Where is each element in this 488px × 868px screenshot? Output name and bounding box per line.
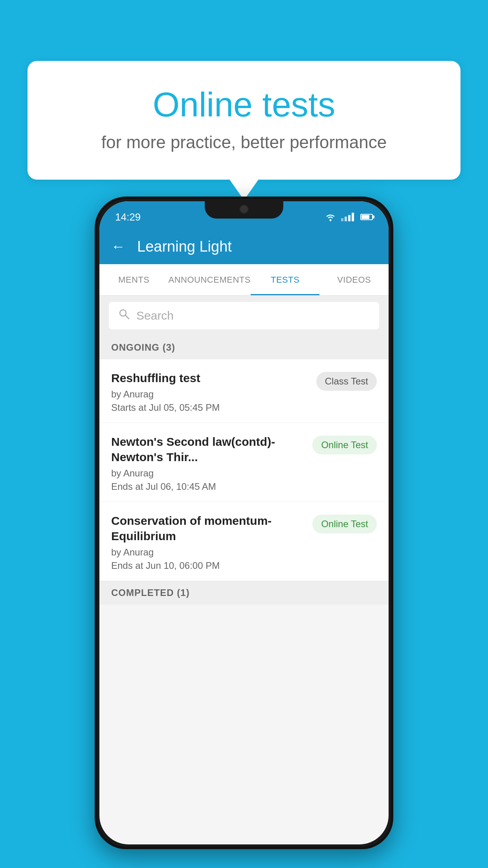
- signal-icon: [341, 213, 354, 221]
- completed-section-header: COMPLETED (1): [99, 581, 389, 605]
- test-author: by Anurag: [111, 389, 308, 400]
- test-info: Reshuffling test by Anurag Starts at Jul…: [111, 370, 316, 413]
- test-badge: Online Test: [312, 436, 377, 454]
- ongoing-section-header: ONGOING (3): [99, 336, 389, 359]
- phone-frame: 14:29: [95, 197, 393, 849]
- phone-button-power: [95, 352, 97, 388]
- bubble-title: Online tests: [59, 85, 429, 125]
- phone-camera: [239, 204, 249, 214]
- wifi-icon: [325, 213, 336, 221]
- svg-line-2: [125, 315, 129, 319]
- test-time: Ends at Jun 10, 06:00 PM: [111, 560, 305, 571]
- phone-button-right: [391, 309, 393, 344]
- back-button[interactable]: ←: [111, 238, 125, 255]
- search-placeholder: Search: [136, 309, 174, 322]
- svg-point-0: [330, 219, 332, 221]
- tests-list: Reshuffling test by Anurag Starts at Jul…: [99, 359, 389, 581]
- test-name: Reshuffling test: [111, 370, 308, 386]
- battery-icon: [360, 214, 373, 220]
- test-time: Ends at Jul 06, 10:45 AM: [111, 481, 305, 492]
- test-badge: Online Test: [312, 515, 377, 533]
- test-badge: Class Test: [316, 372, 377, 391]
- tab-tests[interactable]: TESTS: [251, 264, 320, 295]
- test-item[interactable]: Reshuffling test by Anurag Starts at Jul…: [99, 359, 389, 423]
- search-container: Search: [99, 296, 389, 336]
- test-time: Starts at Jul 05, 05:45 PM: [111, 402, 308, 413]
- test-name: Conservation of momentum-Equilibrium: [111, 513, 305, 544]
- phone-button-volume-up: [95, 278, 97, 301]
- status-icons: [325, 213, 373, 221]
- test-item[interactable]: Conservation of momentum-Equilibrium by …: [99, 502, 389, 581]
- search-icon: [118, 308, 130, 323]
- tab-announcements[interactable]: ANNOUNCEMENTS: [169, 264, 251, 295]
- phone-notch: [205, 199, 283, 219]
- status-time: 14:29: [115, 211, 141, 223]
- test-item[interactable]: Newton's Second law(contd)-Newton's Thir…: [99, 423, 389, 502]
- app-header: ← Learning Light: [99, 229, 389, 264]
- test-author: by Anurag: [111, 547, 305, 558]
- phone-screen: 14:29: [99, 201, 389, 844]
- test-author: by Anurag: [111, 468, 305, 479]
- phone-button-volume-down: [95, 309, 97, 344]
- test-info: Newton's Second law(contd)-Newton's Thir…: [111, 434, 312, 492]
- background: Online tests for more practice, better p…: [0, 0, 488, 868]
- speech-bubble: Online tests for more practice, better p…: [28, 61, 460, 180]
- app-title: Learning Light: [137, 238, 232, 255]
- search-bar[interactable]: Search: [109, 302, 379, 329]
- bubble-subtitle: for more practice, better performance: [59, 132, 429, 152]
- test-info: Conservation of momentum-Equilibrium by …: [111, 513, 312, 571]
- tab-ments[interactable]: MENTS: [99, 264, 169, 295]
- tab-videos[interactable]: VIDEOS: [319, 264, 389, 295]
- tab-bar: MENTS ANNOUNCEMENTS TESTS VIDEOS: [99, 264, 389, 296]
- test-name: Newton's Second law(contd)-Newton's Thir…: [111, 434, 305, 465]
